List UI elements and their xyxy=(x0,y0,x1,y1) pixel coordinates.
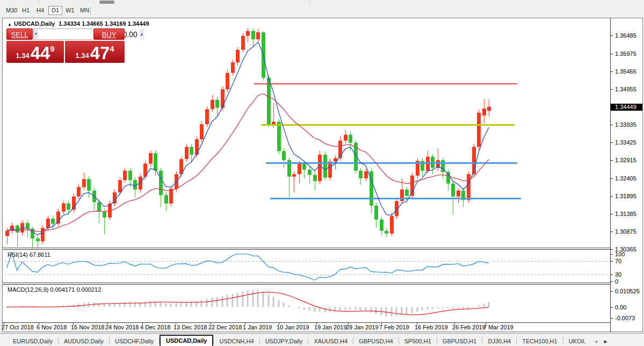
price-tick-label: 1.34955 xyxy=(615,86,636,92)
macd-tick-label: -0.0073 xyxy=(615,315,635,321)
sell-price-button[interactable]: 1.34 44 9 xyxy=(6,41,64,63)
tabs-scroll-right-button[interactable]: ▸ xyxy=(600,336,610,346)
price-tick-label: 1.33935 xyxy=(615,121,636,128)
price-tick-label: 1.32915 xyxy=(615,157,636,163)
chart-tab-dj30h4[interactable]: DJ30,H4 xyxy=(482,337,516,346)
chart-tab-usdcaddaily[interactable]: USDCAD,Daily xyxy=(160,335,213,346)
app-window: M30H1H4D1W1MN ▲USDCAD,Daily1.34334 1.346… xyxy=(0,0,644,346)
chart-tab-sp500h1[interactable]: SP500,H1 xyxy=(399,337,437,346)
chart-tab-gbpusdh4[interactable]: GBPUSD,H4 xyxy=(353,337,399,346)
date-tick-label: 24 Nov 2018 xyxy=(105,324,139,330)
sell-price-big: 44 xyxy=(31,45,50,61)
rsi-tick-label: 30 xyxy=(615,271,621,278)
sell-button[interactable]: SELL xyxy=(6,28,33,40)
rsi-tick-mark xyxy=(611,261,613,262)
timeframe-button-mn[interactable]: MN xyxy=(77,6,92,15)
date-tick-label: 4 Dec 2018 xyxy=(140,324,170,330)
price-tick-mark xyxy=(611,249,613,250)
price-tick-mark xyxy=(611,71,613,72)
price-tick-label: 1.33425 xyxy=(615,139,636,146)
price-tick-mark xyxy=(611,89,613,90)
price-tick-label: 1.35975 xyxy=(615,51,636,57)
macd-tick-label: 0.00 xyxy=(615,304,626,311)
price-tick-label: 1.30875 xyxy=(615,228,636,235)
date-tick-label: 15 Nov 2018 xyxy=(71,324,104,330)
ohlc-values: 1.34334 1.34665 1.34169 1.34449 xyxy=(59,20,149,27)
chart-tab-ukoil[interactable]: UKOil, xyxy=(563,337,591,346)
price-tick-mark xyxy=(611,142,613,143)
price-tick-label: 1.35465 xyxy=(615,68,636,75)
price-tick-mark xyxy=(611,35,613,36)
sell-price-pips: 9 xyxy=(50,44,54,53)
rsi-tick-mark xyxy=(611,282,613,282)
macd-tick-label: 0.010525 xyxy=(615,288,640,294)
date-tick-label: 27 Oct 2018 xyxy=(2,324,34,330)
price-tick-label: 1.36485 xyxy=(615,32,636,39)
rsi-tick-label: 100 xyxy=(615,251,625,257)
macd-tick-mark xyxy=(611,307,613,308)
date-tick-label: 19 Jan 2019 xyxy=(314,324,347,330)
timeframe-toolbar: M30H1H4D1W1MN xyxy=(0,4,644,18)
tabs-scroll-left-button[interactable]: ◂ xyxy=(591,336,600,346)
chart-tab-gbpusdh1[interactable]: GBPUSD,H1 xyxy=(437,337,482,346)
volume-spinner: ▼ ▲ xyxy=(33,28,93,40)
buy-price-button[interactable]: 1.34 47 4 xyxy=(65,41,125,63)
panel-separator xyxy=(2,322,610,323)
macd-header-label: MACD(12,26,9) 0.004171 0.000212 xyxy=(8,286,101,293)
chart-tab-tech100h1[interactable]: TECH100,H1 xyxy=(517,337,562,346)
chart-tab-xauusdh4[interactable]: XAUUSD,H4 xyxy=(308,337,353,346)
current-price-tag: 1.34449 xyxy=(611,104,642,111)
date-tick-label: 7 Mar 2019 xyxy=(483,324,513,330)
timeframe-button-h1[interactable]: H1 xyxy=(19,6,32,15)
macd-tick-mark xyxy=(611,291,613,292)
timeframe-button-h4[interactable]: H4 xyxy=(34,6,47,15)
chart-tab-bar: EURUSD,DailyAUDUSD,DailyUSDCHF,DailyUSDC… xyxy=(0,333,644,346)
panel-separator[interactable] xyxy=(2,283,610,285)
date-tick-label: 13 Dec 2018 xyxy=(173,324,207,330)
chart-tab-eurusddaily[interactable]: EURUSD,Daily xyxy=(8,337,58,346)
collapse-icon[interactable]: ▲ xyxy=(8,22,12,27)
rsi-tick-mark xyxy=(611,275,613,275)
chart-title: ▲USDCAD,Daily1.34334 1.34665 1.34169 1.3… xyxy=(8,20,149,28)
price-tick-mark xyxy=(611,214,613,214)
volume-increase-button[interactable]: ▲ xyxy=(140,29,144,39)
price-tick-mark xyxy=(611,178,613,179)
date-tick-label: 16 Feb 2019 xyxy=(415,324,448,330)
chart-tab-usdcnhh4[interactable]: USDCNH,H4 xyxy=(214,337,259,346)
chart-tab-usdjpydaily[interactable]: USDJPY,Daily xyxy=(260,337,308,346)
date-tick-label: 7 Feb 2019 xyxy=(379,324,409,330)
timeframe-button-w1[interactable]: W1 xyxy=(63,6,77,15)
rsi-tick-label: 70 xyxy=(615,258,621,264)
symbol-period-label: USDCAD,Daily xyxy=(14,20,55,27)
buy-price-pips: 4 xyxy=(110,44,114,53)
price-tick-mark xyxy=(611,232,613,232)
toolbar-separator xyxy=(309,0,310,4)
price-tick-mark xyxy=(611,54,613,54)
date-tick-label: 22 Dec 2018 xyxy=(208,324,242,330)
date-tick-label: 26 Feb 2019 xyxy=(452,324,486,330)
date-tick-label: 10 Jan 2019 xyxy=(277,324,309,330)
price-tick-label: 1.32405 xyxy=(615,175,636,182)
toolbar-separator xyxy=(39,0,39,4)
date-tick-label: 6 Nov 2018 xyxy=(37,324,67,330)
rsi-tick-mark xyxy=(611,254,613,255)
volume-decrease-button[interactable]: ▼ xyxy=(34,29,38,39)
buy-button[interactable]: BUY xyxy=(93,28,125,40)
chart-tab-audusddaily[interactable]: AUDUSD,Daily xyxy=(59,337,109,346)
rsi-indicator-canvas[interactable] xyxy=(4,250,610,283)
chart-tab-usdchfdaily[interactable]: USDCHF,Daily xyxy=(110,337,159,346)
sell-price-prefix: 1.34 xyxy=(16,52,29,60)
timeframe-button-d1[interactable]: D1 xyxy=(48,6,62,15)
panel-separator[interactable] xyxy=(2,248,610,250)
timeframe-button-m30[interactable]: M30 xyxy=(3,6,20,15)
buy-price-prefix: 1.34 xyxy=(75,52,89,60)
rsi-header-label: RSI(14) 67.8611 xyxy=(8,251,50,258)
price-axis-border xyxy=(610,18,611,332)
price-tick-label: 1.31895 xyxy=(615,193,636,199)
macd-tick-mark xyxy=(611,318,613,319)
price-tick-label: 1.31385 xyxy=(615,211,636,217)
price-tick-mark xyxy=(611,160,613,161)
buy-price-big: 47 xyxy=(90,45,110,61)
toolbar-button-fragment xyxy=(99,1,114,4)
date-tick-label: 1 Jan 2019 xyxy=(243,324,272,330)
